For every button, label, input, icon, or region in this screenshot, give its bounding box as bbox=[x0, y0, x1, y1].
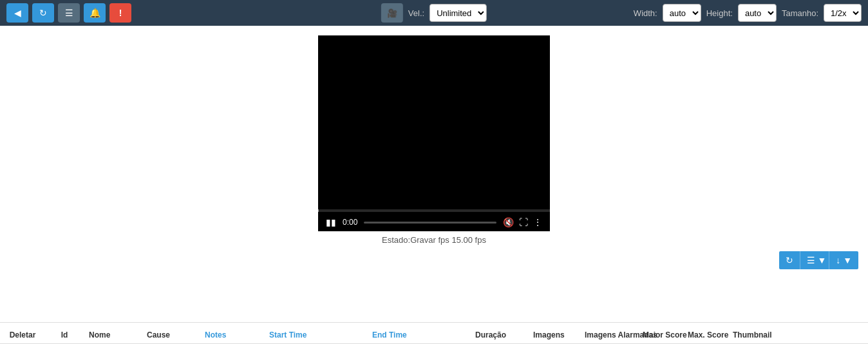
col-maior-score: Maior Score bbox=[637, 327, 683, 343]
video-screen bbox=[318, 35, 550, 209]
refresh-action-button[interactable]: ↻ bbox=[779, 251, 800, 269]
width-select[interactable]: auto 320 480 640 bbox=[663, 4, 701, 22]
col-imagens: Imagens bbox=[528, 327, 580, 343]
download-action-button[interactable]: ↓ ▼ bbox=[829, 251, 858, 269]
col-end-time: End Time bbox=[367, 327, 470, 343]
action-button-group: ↻ ☰ ▼ ↓ ▼ bbox=[779, 251, 859, 269]
vel-label: Vel.: bbox=[408, 8, 424, 18]
col-max-score: Max. Score bbox=[683, 327, 728, 343]
tamanho-select[interactable]: 1/2x 1x 2x bbox=[824, 4, 862, 22]
toolbar: ◀ ↻ ☰ 🔔 ! 🎥 Vel.: Unlimited 0.25x 0.5x 1… bbox=[0, 0, 868, 26]
col-nome: Nome bbox=[84, 327, 142, 343]
action-row: ↻ ☰ ▼ ↓ ▼ bbox=[0, 245, 868, 272]
bell-button[interactable]: 🔔 bbox=[84, 3, 106, 23]
video-status: Estado:Gravar fps 15.00 fps bbox=[382, 235, 486, 245]
width-label: Width: bbox=[634, 8, 657, 18]
col-id: Id bbox=[45, 327, 84, 343]
col-deletar: Deletar bbox=[0, 327, 45, 343]
main-content: ▮▮ 0:00 🔇 ⛶ ⋮ Estado:Gravar fps 15.00 fp… bbox=[0, 26, 868, 344]
col-cause: Cause bbox=[142, 327, 200, 343]
height-label: Height: bbox=[706, 8, 733, 18]
camera-button[interactable]: 🎥 bbox=[381, 3, 403, 23]
col-thumbnail: Thumbnail bbox=[728, 327, 786, 343]
video-time: 0:00 bbox=[343, 218, 357, 227]
fullscreen-button[interactable]: ⛶ bbox=[519, 217, 528, 227]
col-start-time: Start Time bbox=[264, 327, 367, 343]
toolbar-right: Width: auto 320 480 640 Height: auto 240… bbox=[634, 4, 862, 22]
alert-button[interactable]: ! bbox=[109, 3, 131, 23]
video-wrapper: ▮▮ 0:00 🔇 ⛶ ⋮ Estado:Gravar fps 15.00 fp… bbox=[0, 26, 868, 245]
col-notes: Notes bbox=[200, 327, 264, 343]
vel-select[interactable]: Unlimited 0.25x 0.5x 1x 2x 4x bbox=[429, 4, 487, 22]
list-action-button[interactable]: ☰ ▼ bbox=[800, 251, 830, 269]
video-controls-bar: ▮▮ 0:00 🔇 ⛶ ⋮ bbox=[318, 212, 550, 231]
video-container: ▮▮ 0:00 🔇 ⛶ ⋮ bbox=[318, 35, 550, 231]
tamanho-label: Tamanho: bbox=[782, 8, 818, 18]
toolbar-center: 🎥 Vel.: Unlimited 0.25x 0.5x 1x 2x 4x bbox=[381, 3, 487, 23]
mute-button[interactable]: 🔇 bbox=[503, 217, 514, 227]
refresh-button[interactable]: ↻ bbox=[32, 3, 54, 23]
col-duracao: Duração bbox=[470, 327, 528, 343]
video-right-controls: 🔇 ⛶ ⋮ bbox=[503, 217, 542, 227]
more-options-button[interactable]: ⋮ bbox=[533, 217, 542, 227]
back-button[interactable]: ◀ bbox=[6, 3, 28, 23]
video-progress[interactable] bbox=[364, 222, 496, 224]
col-imagens-alarmadas: Imagens Alarmadas bbox=[580, 327, 637, 343]
play-pause-button[interactable]: ▮▮ bbox=[326, 217, 336, 227]
height-select[interactable]: auto 240 360 480 bbox=[738, 4, 777, 22]
filter-button[interactable]: ☰ bbox=[58, 3, 80, 23]
table-header: Deletar Id Nome Cause Notes Start Time E… bbox=[0, 322, 868, 344]
